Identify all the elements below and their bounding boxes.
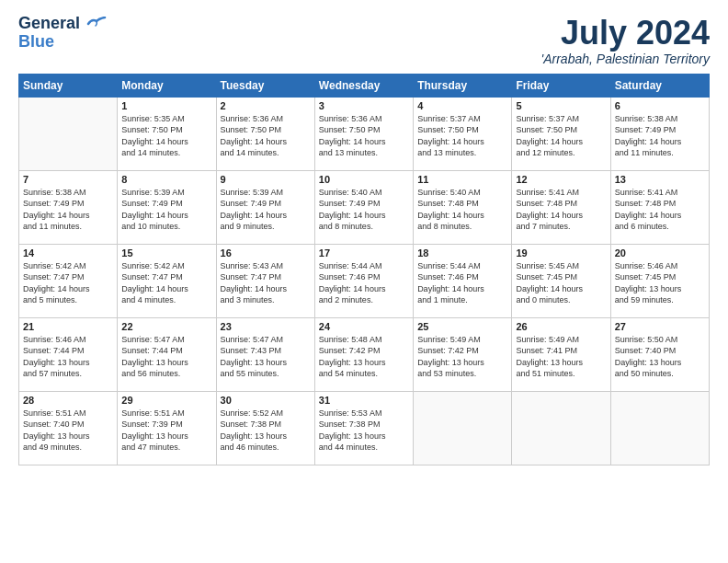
table-row: 15Sunrise: 5:42 AM Sunset: 7:47 PM Dayli… <box>118 244 216 317</box>
table-row <box>610 391 709 465</box>
table-row: 7Sunrise: 5:38 AM Sunset: 7:49 PM Daylig… <box>19 170 118 244</box>
table-row: 20Sunrise: 5:46 AM Sunset: 7:45 PM Dayli… <box>610 244 709 317</box>
day-info: Sunrise: 5:46 AM Sunset: 7:44 PM Dayligh… <box>23 334 113 380</box>
day-info: Sunrise: 5:37 AM Sunset: 7:50 PM Dayligh… <box>516 113 606 159</box>
day-number: 3 <box>319 100 409 111</box>
table-row: 27Sunrise: 5:50 AM Sunset: 7:40 PM Dayli… <box>610 317 709 391</box>
day-number: 15 <box>121 247 211 259</box>
day-number: 26 <box>516 321 606 332</box>
table-row: 21Sunrise: 5:46 AM Sunset: 7:44 PM Dayli… <box>19 317 118 391</box>
table-row: 17Sunrise: 5:44 AM Sunset: 7:46 PM Dayli… <box>314 244 413 317</box>
calendar-table: Sunday Monday Tuesday Wednesday Thursday… <box>18 74 710 465</box>
day-number: 5 <box>516 100 606 111</box>
day-info: Sunrise: 5:41 AM Sunset: 7:48 PM Dayligh… <box>615 187 705 233</box>
day-info: Sunrise: 5:43 AM Sunset: 7:47 PM Dayligh… <box>221 260 311 306</box>
table-row: 11Sunrise: 5:40 AM Sunset: 7:48 PM Dayli… <box>414 170 512 244</box>
day-info: Sunrise: 5:48 AM Sunset: 7:42 PM Dayligh… <box>319 334 409 380</box>
header-thursday: Thursday <box>414 74 512 97</box>
day-number: 13 <box>615 174 705 185</box>
day-number: 28 <box>23 395 113 406</box>
day-number: 14 <box>23 247 113 259</box>
day-info: Sunrise: 5:46 AM Sunset: 7:45 PM Dayligh… <box>615 260 705 306</box>
table-row: 2Sunrise: 5:36 AM Sunset: 7:50 PM Daylig… <box>216 97 314 170</box>
day-number: 12 <box>516 174 606 185</box>
day-number: 16 <box>221 247 311 259</box>
day-info: Sunrise: 5:53 AM Sunset: 7:38 PM Dayligh… <box>319 408 409 454</box>
page: General Blue July 2024 'Arrabah, Palesti… <box>0 0 728 563</box>
table-row: 18Sunrise: 5:44 AM Sunset: 7:46 PM Dayli… <box>414 244 512 317</box>
table-row: 4Sunrise: 5:37 AM Sunset: 7:50 PM Daylig… <box>414 97 512 170</box>
logo: General Blue <box>18 15 107 52</box>
header: General Blue July 2024 'Arrabah, Palesti… <box>18 15 710 66</box>
day-info: Sunrise: 5:39 AM Sunset: 7:49 PM Dayligh… <box>121 187 211 233</box>
day-info: Sunrise: 5:44 AM Sunset: 7:46 PM Dayligh… <box>319 260 409 306</box>
day-info: Sunrise: 5:39 AM Sunset: 7:49 PM Dayligh… <box>221 187 311 233</box>
header-sunday: Sunday <box>19 74 118 97</box>
table-row: 13Sunrise: 5:41 AM Sunset: 7:48 PM Dayli… <box>610 170 709 244</box>
day-number: 4 <box>417 100 507 111</box>
day-info: Sunrise: 5:42 AM Sunset: 7:47 PM Dayligh… <box>121 260 211 306</box>
day-info: Sunrise: 5:36 AM Sunset: 7:50 PM Dayligh… <box>319 113 409 159</box>
table-row: 10Sunrise: 5:40 AM Sunset: 7:49 PM Dayli… <box>314 170 413 244</box>
day-number: 6 <box>615 100 705 111</box>
day-number: 23 <box>221 321 311 332</box>
month-title: July 2024 <box>541 15 710 52</box>
table-row: 26Sunrise: 5:49 AM Sunset: 7:41 PM Dayli… <box>512 317 610 391</box>
table-row: 6Sunrise: 5:38 AM Sunset: 7:49 PM Daylig… <box>610 97 709 170</box>
day-info: Sunrise: 5:35 AM Sunset: 7:50 PM Dayligh… <box>121 113 211 159</box>
day-number: 19 <box>516 247 606 259</box>
table-row: 8Sunrise: 5:39 AM Sunset: 7:49 PM Daylig… <box>118 170 216 244</box>
day-number: 25 <box>417 321 507 332</box>
table-row: 30Sunrise: 5:52 AM Sunset: 7:38 PM Dayli… <box>216 391 314 465</box>
calendar-week-row: 7Sunrise: 5:38 AM Sunset: 7:49 PM Daylig… <box>19 170 710 244</box>
day-info: Sunrise: 5:41 AM Sunset: 7:48 PM Dayligh… <box>516 187 606 233</box>
table-row: 14Sunrise: 5:42 AM Sunset: 7:47 PM Dayli… <box>19 244 118 317</box>
title-block: July 2024 'Arrabah, Palestinian Territor… <box>541 15 710 66</box>
day-number: 8 <box>121 174 211 185</box>
day-info: Sunrise: 5:37 AM Sunset: 7:50 PM Dayligh… <box>417 113 507 159</box>
day-number: 7 <box>23 174 113 185</box>
header-wednesday: Wednesday <box>314 74 413 97</box>
day-info: Sunrise: 5:45 AM Sunset: 7:45 PM Dayligh… <box>516 260 606 306</box>
day-number: 29 <box>121 395 211 406</box>
day-info: Sunrise: 5:47 AM Sunset: 7:43 PM Dayligh… <box>221 334 311 380</box>
day-number: 31 <box>319 395 409 406</box>
day-number: 22 <box>121 321 211 332</box>
table-row: 29Sunrise: 5:51 AM Sunset: 7:39 PM Dayli… <box>118 391 216 465</box>
calendar-week-row: 21Sunrise: 5:46 AM Sunset: 7:44 PM Dayli… <box>19 317 710 391</box>
table-row: 31Sunrise: 5:53 AM Sunset: 7:38 PM Dayli… <box>314 391 413 465</box>
table-row: 12Sunrise: 5:41 AM Sunset: 7:48 PM Dayli… <box>512 170 610 244</box>
table-row <box>414 391 512 465</box>
day-info: Sunrise: 5:40 AM Sunset: 7:49 PM Dayligh… <box>319 187 409 233</box>
day-number: 10 <box>319 174 409 185</box>
table-row: 3Sunrise: 5:36 AM Sunset: 7:50 PM Daylig… <box>314 97 413 170</box>
table-row: 16Sunrise: 5:43 AM Sunset: 7:47 PM Dayli… <box>216 244 314 317</box>
table-row: 24Sunrise: 5:48 AM Sunset: 7:42 PM Dayli… <box>314 317 413 391</box>
day-info: Sunrise: 5:36 AM Sunset: 7:50 PM Dayligh… <box>221 113 311 159</box>
day-number: 11 <box>417 174 507 185</box>
day-info: Sunrise: 5:50 AM Sunset: 7:40 PM Dayligh… <box>615 334 705 380</box>
day-number: 2 <box>221 100 311 111</box>
day-info: Sunrise: 5:52 AM Sunset: 7:38 PM Dayligh… <box>221 408 311 454</box>
logo-blue: Blue <box>18 33 54 52</box>
day-info: Sunrise: 5:51 AM Sunset: 7:40 PM Dayligh… <box>23 408 113 454</box>
table-row: 19Sunrise: 5:45 AM Sunset: 7:45 PM Dayli… <box>512 244 610 317</box>
table-row <box>19 97 118 170</box>
day-info: Sunrise: 5:44 AM Sunset: 7:46 PM Dayligh… <box>417 260 507 306</box>
day-info: Sunrise: 5:49 AM Sunset: 7:41 PM Dayligh… <box>516 334 606 380</box>
day-info: Sunrise: 5:40 AM Sunset: 7:48 PM Dayligh… <box>417 187 507 233</box>
day-number: 17 <box>319 247 409 259</box>
table-row: 23Sunrise: 5:47 AM Sunset: 7:43 PM Dayli… <box>216 317 314 391</box>
table-row <box>512 391 610 465</box>
table-row: 28Sunrise: 5:51 AM Sunset: 7:40 PM Dayli… <box>19 391 118 465</box>
table-row: 5Sunrise: 5:37 AM Sunset: 7:50 PM Daylig… <box>512 97 610 170</box>
header-monday: Monday <box>118 74 216 97</box>
table-row: 25Sunrise: 5:49 AM Sunset: 7:42 PM Dayli… <box>414 317 512 391</box>
day-info: Sunrise: 5:38 AM Sunset: 7:49 PM Dayligh… <box>615 113 705 159</box>
day-info: Sunrise: 5:47 AM Sunset: 7:44 PM Dayligh… <box>121 334 211 380</box>
calendar-week-row: 1Sunrise: 5:35 AM Sunset: 7:50 PM Daylig… <box>19 97 710 170</box>
location-title: 'Arrabah, Palestinian Territory <box>541 52 710 66</box>
logo-text: General <box>18 15 107 33</box>
day-info: Sunrise: 5:51 AM Sunset: 7:39 PM Dayligh… <box>121 408 211 454</box>
day-number: 9 <box>221 174 311 185</box>
